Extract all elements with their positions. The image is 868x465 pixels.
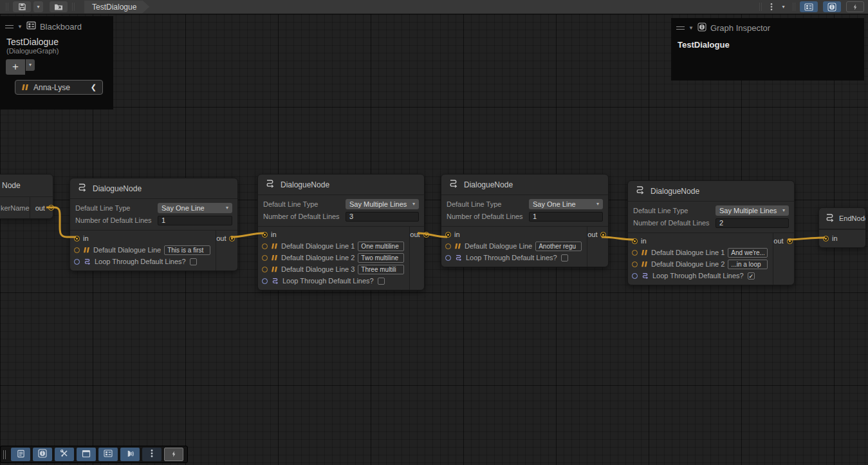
loop-checkbox[interactable] xyxy=(190,258,197,265)
toggle-preview-button[interactable] xyxy=(120,448,140,461)
out-port[interactable] xyxy=(600,232,606,238)
save-options-button[interactable]: ▾ xyxy=(33,1,43,12)
chevron-down-icon: ▾ xyxy=(29,62,32,68)
field-label: Number of Default Lines xyxy=(75,216,158,224)
row-label: Loop Through Default Lines? xyxy=(282,277,374,285)
more-options-button[interactable] xyxy=(142,448,162,461)
num-lines-field[interactable]: 2 xyxy=(716,218,789,228)
dropdown-value: Say Multiple Lines xyxy=(349,200,407,208)
open-asset-button[interactable] xyxy=(50,1,68,12)
dialogue-node-3[interactable]: DialogueNode Default Line Type Say One L… xyxy=(441,174,609,267)
in-port[interactable] xyxy=(262,232,268,238)
dialogue-node-1[interactable]: DialogueNode Default Line Type Say One L… xyxy=(69,178,238,271)
in-port-label: in xyxy=(83,234,89,242)
in-port[interactable] xyxy=(823,236,829,242)
dialogue-line-field[interactable]: Two multiline xyxy=(358,253,404,263)
breadcrumb-tab[interactable]: TestDialogue xyxy=(84,1,149,14)
graph-inspector-icon xyxy=(827,3,836,12)
toggle-console-button[interactable] xyxy=(11,448,30,461)
graph-inspector-header[interactable]: ▼ Graph Inspector xyxy=(671,18,864,36)
line-type-dropdown[interactable]: Say One Line ▾ xyxy=(158,203,232,213)
end-node[interactable]: EndNode in xyxy=(818,207,866,248)
toggle-blackboard-button[interactable] xyxy=(800,1,818,12)
speaker-node[interactable]: Node kerName out xyxy=(0,174,53,219)
num-lines-field[interactable]: 1 xyxy=(158,216,232,225)
line-port[interactable] xyxy=(262,267,268,272)
dialogue-node-4[interactable]: DialogueNode Default Line Type Say Multi… xyxy=(627,180,795,285)
in-port[interactable] xyxy=(74,236,80,242)
out-port[interactable] xyxy=(48,205,54,211)
line-port[interactable] xyxy=(445,243,451,249)
line-port[interactable] xyxy=(632,250,638,256)
loop-checkbox[interactable]: ✓ xyxy=(748,272,755,280)
chevron-left-icon[interactable]: ❮ xyxy=(91,83,97,91)
out-port-label: out xyxy=(773,237,783,245)
node-title: DialogueNode xyxy=(281,180,329,189)
graph-canvas[interactable]: ▼ Blackboard TestDialogue (DialogueGraph… xyxy=(0,14,868,465)
dialogue-node-2[interactable]: DialogueNode Default Line Type Say Multi… xyxy=(257,174,425,290)
toggle-blackboard-button[interactable] xyxy=(98,448,118,461)
in-port-label: in xyxy=(271,231,277,238)
row-label: Default Dialogue Line 1 xyxy=(651,249,725,256)
blackboard-panel-header[interactable]: ▼ Blackboard xyxy=(0,16,113,35)
line-port[interactable] xyxy=(262,243,268,249)
toggle-tools-button[interactable] xyxy=(55,448,74,461)
dialogue-line-field[interactable]: Another regu xyxy=(535,242,582,251)
dialogue-line-field[interactable]: ...in a loop xyxy=(728,260,768,269)
num-lines-field[interactable]: 1 xyxy=(529,212,603,222)
window-icon xyxy=(82,449,91,460)
add-variable-button[interactable]: + xyxy=(6,59,25,75)
save-button[interactable] xyxy=(13,1,31,12)
out-port[interactable] xyxy=(229,236,235,242)
dialogue-line-field[interactable]: This is a first xyxy=(164,245,210,255)
drag-handle-icon[interactable] xyxy=(676,26,685,30)
dialogue-line-field[interactable]: Three multili xyxy=(358,265,404,274)
collapse-icon[interactable]: ▼ xyxy=(17,24,23,30)
drag-handle-icon[interactable] xyxy=(3,450,6,459)
dialogue-node-icon xyxy=(264,178,275,191)
loop-port[interactable] xyxy=(74,259,80,265)
line-port[interactable] xyxy=(262,255,268,261)
loop-checkbox[interactable] xyxy=(561,254,568,261)
loop-checkbox[interactable] xyxy=(378,278,385,285)
dialogue-line-field[interactable]: And we're... xyxy=(728,248,768,258)
line-port[interactable] xyxy=(74,247,80,253)
loop-icon xyxy=(641,272,649,280)
in-port[interactable] xyxy=(445,232,451,238)
out-port[interactable] xyxy=(787,238,793,244)
line-port[interactable] xyxy=(632,261,638,267)
add-variable-options-button[interactable]: ▾ xyxy=(26,59,35,71)
in-port[interactable] xyxy=(632,238,638,244)
blackboard-icon xyxy=(26,21,36,32)
loop-port[interactable] xyxy=(445,255,451,261)
more-icon xyxy=(770,3,773,11)
loop-port[interactable] xyxy=(262,278,268,284)
drag-handle-icon[interactable] xyxy=(5,25,14,28)
out-port-label: out xyxy=(35,204,45,212)
toggle-processing-button[interactable] xyxy=(846,1,864,12)
bottom-toolbar xyxy=(0,446,188,463)
num-lines-field[interactable]: 3 xyxy=(346,212,419,222)
collapse-icon[interactable]: ▼ xyxy=(688,25,694,31)
line-type-dropdown[interactable]: Say Multiple Lines ▾ xyxy=(716,205,789,216)
toolbar-separator xyxy=(759,3,762,11)
out-port[interactable] xyxy=(423,232,429,238)
dialogue-line-field[interactable]: One multiline xyxy=(358,242,404,251)
toggle-processing-button[interactable] xyxy=(164,448,183,461)
loop-port[interactable] xyxy=(632,273,638,279)
toolbar-separator xyxy=(6,3,8,11)
toggle-inspector-button[interactable] xyxy=(33,448,52,461)
more-options-button[interactable] xyxy=(766,1,776,12)
blackboard-variable-anna-lyse[interactable]: Anna-Lyse ❮ xyxy=(15,80,103,95)
toggle-window-button[interactable] xyxy=(77,448,96,461)
save-icon xyxy=(18,3,26,11)
field-label: Default Line Type xyxy=(447,200,529,208)
line-type-dropdown[interactable]: Say One Line ▾ xyxy=(529,199,603,209)
chevron-down-icon: ▾ xyxy=(412,202,415,207)
toggle-graph-inspector-button[interactable] xyxy=(823,1,841,12)
line-type-dropdown[interactable]: Say Multiple Lines ▾ xyxy=(346,199,419,209)
more-dropdown-button[interactable]: ▾ xyxy=(779,1,788,12)
panel-title: Graph Inspector xyxy=(710,23,770,33)
info-icon xyxy=(38,449,47,460)
row-label: Loop Through Default Lines? xyxy=(466,254,557,261)
